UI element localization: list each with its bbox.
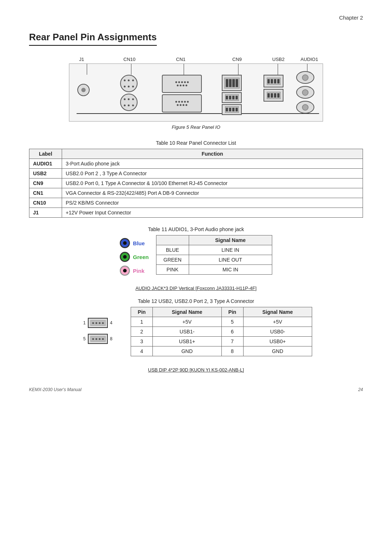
usb-bot-row: 5 8 [80, 334, 116, 344]
table-row: GREENLINE OUT [156, 255, 272, 265]
jack-pink-inner [123, 269, 127, 272]
table12-pin-l-cell: 2 [131, 327, 153, 337]
table12-sig-l-header: Signal Name [153, 307, 222, 317]
table-row: CN1VGA Connector & RS-232(422/485) Port … [29, 188, 363, 198]
pin-label-5: 5 [80, 336, 86, 341]
table12-sig-r-cell: GND [243, 346, 312, 356]
pin-label-1: 1 [80, 320, 86, 325]
page-title: Rear Panel Pin Assignments [29, 32, 157, 46]
table-row: USB2USB2.0 Port 2 , 3 Type A Connector [29, 169, 363, 178]
table10-function-cell: USB2.0 Port 2 , 3 Type A Connector [62, 169, 363, 178]
table10-label-cell: CN9 [29, 178, 62, 188]
jack-blue-circle [120, 238, 130, 248]
usb-dip-link: USB DIP 4*2P 90D [KUON YI KS-002-ANB-L] [29, 367, 363, 373]
pin-dot-5 [92, 338, 94, 340]
table-row: CN10PS/2 KB/MS Connector [29, 198, 363, 208]
jack-blue-inner [123, 241, 127, 245]
pin-dot-2 [95, 322, 97, 324]
table11-signal-cell: LINE OUT [189, 255, 272, 265]
table-row: CN9USB2.0 Port 0, 1 Type A Connector & 1… [29, 178, 363, 188]
chapter-header: Chapter 2 [29, 15, 363, 21]
table10-function-cell: +12V Power Input Connector [62, 208, 363, 218]
table10-header-label: Label [29, 149, 62, 159]
usb-port-top-inner [90, 320, 106, 326]
footer-manual: KEMX-2030 User's Manual [29, 387, 81, 392]
label-audio1: AUDIO1 [301, 57, 318, 62]
pin-label-4: 4 [110, 320, 116, 325]
table12-sig-l-cell: GND [153, 346, 222, 356]
table10-label-cell: USB2 [29, 169, 62, 178]
usb-port-top [88, 318, 108, 328]
table11-pin-cell: BLUE [156, 245, 189, 255]
table12-sig-r-cell: USB0- [243, 327, 312, 337]
jack-green-circle [120, 252, 130, 262]
table10-header-function: Function [62, 149, 363, 159]
usb-port-bottom [88, 334, 108, 344]
table-row: AUDIO13-Port Audio phone jack [29, 159, 363, 169]
table11-col-signal: Signal Name [189, 235, 272, 245]
table12-pin-r-cell: 7 [221, 337, 243, 346]
chapter-text: Chapter 2 [339, 15, 363, 21]
table12-sig-l-cell: USB1- [153, 327, 222, 337]
table12-sig-r-header: Signal Name [243, 307, 312, 317]
label-j1: J1 [79, 57, 84, 62]
audio-section: Blue Green Pink Signal Name [29, 235, 363, 291]
jack-blue-row: Blue [120, 238, 148, 248]
table10-label-cell: AUDIO1 [29, 159, 62, 169]
table10-function-cell: VGA Connector & RS-232(422/485) Port A D… [62, 188, 363, 198]
table-row: PINKMIC IN [156, 265, 272, 275]
pin-dot-6 [95, 338, 97, 340]
table-row: 3USB1+7USB0+ [131, 337, 312, 346]
figure-caption: Figure 5 Rear Panel IO [172, 124, 220, 130]
footer-page: 24 [358, 387, 363, 392]
table12-pin-l-cell: 1 [131, 317, 153, 327]
j1-connector [77, 84, 90, 96]
jack-pink-circle [120, 266, 130, 276]
table12-signal: Pin Signal Name Pin Signal Name 1+5V5+5V… [131, 307, 312, 356]
table10-label-cell: CN10 [29, 198, 62, 208]
label-cn10: CN10 [123, 57, 135, 62]
cn1-connector [162, 75, 202, 112]
pin-dot-7 [99, 338, 101, 340]
rear-panel-diagram [69, 63, 323, 122]
table11-pin-cell: GREEN [156, 255, 189, 265]
table11-col-jack [156, 235, 189, 245]
audio-jacks: Blue Green Pink [120, 238, 148, 276]
table10-title: Table 10 Rear Panel Connector List [29, 140, 363, 146]
cn10-connector [120, 75, 138, 111]
table12-pin-l-cell: 3 [131, 337, 153, 346]
pin-dot-1 [92, 322, 94, 324]
jack-blue-label: Blue [133, 240, 145, 246]
figure-container: J1 CN10 CN1 CN9 USB2 AUDIO1 [29, 57, 363, 137]
table12-sig-r-cell: USB0+ [243, 337, 312, 346]
usb-top-row: 1 4 [80, 318, 116, 328]
usb-section: 1 4 5 [29, 307, 363, 373]
table10: Label Function AUDIO13-Port Audio phone … [29, 149, 363, 218]
table11-pin-cell: PINK [156, 265, 189, 275]
table12-pin-r-cell: 8 [221, 346, 243, 356]
label-usb2: USB2 [272, 57, 285, 62]
table11-signal-cell: LINE IN [189, 245, 272, 255]
table11-signal: Signal Name BLUELINE INGREENLINE OUTPINK… [156, 235, 272, 275]
jack-green-inner [123, 255, 127, 259]
pin-dot-3 [99, 322, 101, 324]
table12-sig-l-cell: USB1+ [153, 337, 222, 346]
jack-pink-row: Pink [120, 266, 148, 276]
table12-pin-r-cell: 6 [221, 327, 243, 337]
jack-pink-label: Pink [133, 268, 144, 274]
usb-diagram: 1 4 5 [80, 318, 123, 344]
audio-jack-link: AUDIO JACK*3 DIP Vertical [Foxconn JA333… [29, 286, 363, 291]
pin-dot-4 [102, 322, 104, 324]
table-row: 1+5V5+5V [131, 317, 312, 327]
usb2-connector [264, 75, 283, 102]
table-row: J1+12V Power Input Connector [29, 208, 363, 218]
pin-dot-8 [102, 338, 104, 340]
table10-function-cell: 3-Port Audio phone jack [62, 159, 363, 169]
table-row: BLUELINE IN [156, 245, 272, 255]
table12-pin-r-cell: 5 [221, 317, 243, 327]
table10-label-cell: CN1 [29, 188, 62, 198]
cn9-connector [222, 75, 242, 115]
pin-label-8: 8 [110, 336, 116, 341]
usb-inner: 1 4 5 [29, 307, 363, 365]
footer: KEMX-2030 User's Manual 24 [29, 387, 363, 392]
